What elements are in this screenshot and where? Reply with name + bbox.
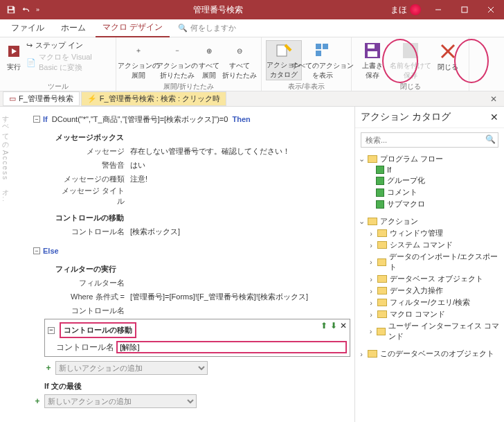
control-name-input[interactable] xyxy=(116,341,347,353)
folder-icon xyxy=(377,275,387,283)
add-action-select[interactable]: 新しいアクションの追加 xyxy=(44,394,197,408)
run-icon xyxy=(4,42,24,61)
folder-icon xyxy=(368,218,377,225)
group-expand-label: 展開/折りたたみ xyxy=(120,80,257,91)
step-in-button[interactable]: ↪ステップ イン xyxy=(26,40,111,51)
action-catalog-pane: アクション カタログ ✕ 🔍 ⌄プログラム フロー If グループ化 コメント … xyxy=(354,107,504,422)
add-action-select[interactable]: 新しいアクションの追加 xyxy=(55,361,208,375)
svg-rect-12 xyxy=(368,44,375,49)
svg-rect-8 xyxy=(316,44,321,49)
action-goto2-block[interactable]: − コントロールの移動 ⬆ ⬇ ✕ コントロール名 xyxy=(44,319,350,357)
collapse-toggle[interactable]: − xyxy=(33,116,40,123)
catalog-title: アクション カタログ xyxy=(361,111,451,123)
save-as-button: 名前を付けて 保存 xyxy=(393,40,429,80)
save-as-icon xyxy=(401,42,420,60)
window-title: 管理番号検索 xyxy=(45,4,390,16)
collapse-all-icon: ⊖ xyxy=(230,42,249,60)
catalog-tree[interactable]: ⌄プログラム フロー If グループ化 コメント サブマクロ ⌄アクション ›ウ… xyxy=(355,152,504,422)
svg-rect-14 xyxy=(403,43,418,58)
folder-icon xyxy=(377,328,386,335)
folder-icon xyxy=(377,299,387,306)
search-icon[interactable]: 🔍 xyxy=(485,134,496,144)
movedown-icon[interactable]: ⬇ xyxy=(330,321,337,331)
maximize-button[interactable] xyxy=(451,0,478,19)
close-icon xyxy=(438,42,458,61)
doc-tab-form[interactable]: ▭F_管理番号検索 xyxy=(3,91,80,106)
form-icon: ▭ xyxy=(9,94,16,103)
svg-rect-0 xyxy=(9,7,12,10)
svg-rect-10 xyxy=(316,51,321,56)
vb-icon: 📄 xyxy=(26,58,36,67)
moveup-icon[interactable]: ⬆ xyxy=(321,321,327,331)
svg-rect-13 xyxy=(368,51,377,57)
run-button[interactable]: 実行 xyxy=(4,40,24,80)
folder-icon xyxy=(377,310,387,318)
group-close-label: 閉じる xyxy=(356,80,465,91)
catalog-close-icon[interactable]: ✕ xyxy=(490,112,498,123)
doc-close-button[interactable]: ✕ xyxy=(486,94,501,104)
close-button[interactable]: 閉じる xyxy=(431,40,465,80)
macro-item-icon xyxy=(376,188,384,197)
collapse-toggle[interactable]: − xyxy=(33,247,40,254)
expand-action-button[interactable]: ＋アクションの 展開 xyxy=(120,40,156,80)
folder-icon xyxy=(377,287,387,294)
expand-all-icon: ⊕ xyxy=(199,42,219,60)
macro-icon: ⚡ xyxy=(87,94,97,103)
qat-more-icon[interactable]: » xyxy=(36,6,39,13)
user-avatar-icon xyxy=(410,4,421,15)
folder-icon xyxy=(377,258,387,266)
all-actions-icon xyxy=(313,42,332,60)
folder-icon xyxy=(377,229,387,237)
catalog-icon xyxy=(274,42,294,59)
catalog-search-input[interactable] xyxy=(361,132,498,148)
action-goto1[interactable]: コントロールの移動 xyxy=(55,211,350,225)
collapse-action-button[interactable]: －アクションの 折りたたみ xyxy=(159,40,195,80)
show-all-actions-button[interactable]: すべてのアクション を表示 xyxy=(305,40,341,80)
delete-action-icon[interactable]: ✕ xyxy=(340,321,347,331)
save-icon xyxy=(363,42,382,60)
macro-item-icon xyxy=(376,177,384,185)
action-applyfilter[interactable]: フィルターの実行 xyxy=(55,262,350,276)
tab-file[interactable]: ファイル xyxy=(4,19,51,37)
tab-home[interactable]: ホーム xyxy=(54,19,93,37)
expand-icon: ＋ xyxy=(129,42,148,60)
folder-icon xyxy=(377,241,387,249)
minimize-button[interactable] xyxy=(425,0,451,19)
convert-vb-button: 📄マクロを Visual Basic に変換 xyxy=(26,52,111,73)
undo-icon[interactable] xyxy=(21,4,32,15)
save-qat-icon[interactable] xyxy=(6,4,17,15)
step-in-icon: ↪ xyxy=(26,41,33,50)
action-msgbox[interactable]: メッセージボックス xyxy=(55,130,350,144)
group-tools-label: ツール xyxy=(4,80,111,91)
close-window-button[interactable] xyxy=(478,0,504,19)
folder-icon xyxy=(368,155,377,163)
macro-item-icon xyxy=(376,200,384,209)
add-action-icon[interactable]: + xyxy=(33,396,42,406)
tab-macro-design[interactable]: マクロ デザイン xyxy=(96,19,170,37)
tell-me-search[interactable]: 🔍 何をしますか xyxy=(178,23,236,33)
user-account[interactable]: まほ xyxy=(390,4,425,16)
folder-icon xyxy=(368,350,377,358)
macro-item-icon xyxy=(376,166,384,174)
expand-all-button[interactable]: ⊕すべて 展開 xyxy=(198,40,219,80)
collapse-toggle[interactable]: − xyxy=(48,327,55,334)
nav-pane-collapsed[interactable]: すべての Access オ... xyxy=(0,111,10,203)
macro-editor[interactable]: − If DCount("*","T_商品","[管理番号]=[検索ボックス]"… xyxy=(10,107,354,422)
svg-rect-3 xyxy=(462,7,467,12)
svg-rect-9 xyxy=(323,44,328,49)
collapse-icon: － xyxy=(168,42,187,60)
collapse-all-button[interactable]: ⊖すべて 折りたたみ xyxy=(222,40,257,80)
end-if-label: If 文の最後 xyxy=(44,379,350,393)
svg-rect-1 xyxy=(9,10,14,13)
doc-tab-macro[interactable]: ⚡F_管理番号検索 : 検索 : クリック時 xyxy=(81,91,226,106)
search-icon: 🔍 xyxy=(178,24,188,33)
group-show-label: 表示/非表示 xyxy=(266,80,347,91)
save-button[interactable]: 上書き 保存 xyxy=(356,40,390,80)
add-action-icon[interactable]: + xyxy=(44,363,53,373)
